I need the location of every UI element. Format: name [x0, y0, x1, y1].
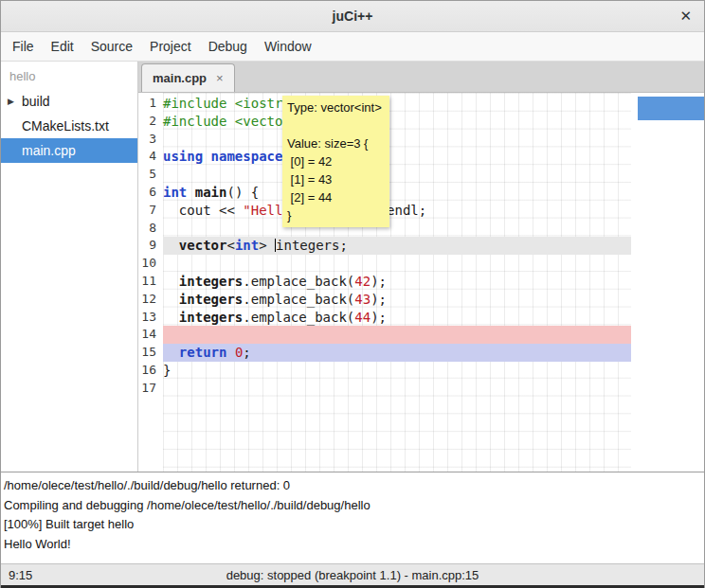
menubar: FileEditSourceProjectDebugWindow: [1, 32, 704, 62]
line-number-17[interactable]: 17: [138, 380, 163, 398]
line-number-11[interactable]: 11: [138, 273, 163, 291]
code-token: [163, 238, 179, 253]
file-label: CMakeLists.txt: [22, 118, 109, 134]
file-tree-item-main-cpp[interactable]: main.cpp: [1, 138, 137, 163]
code-line-15[interactable]: return 0;: [163, 344, 631, 362]
code-token: vector: [179, 238, 227, 253]
code-line-17[interactable]: [163, 380, 631, 398]
code-token: using namespace: [163, 149, 282, 164]
output-line: [100%] Built target hello: [4, 515, 701, 535]
menu-window[interactable]: Window: [256, 32, 320, 61]
code-line-2[interactable]: #include <vector>: [163, 113, 631, 131]
line-number-3[interactable]: 3: [138, 131, 163, 149]
output-panel[interactable]: /home/olece/test/hello/./build/debug/hel…: [1, 472, 704, 563]
code-token: );: [371, 292, 387, 307]
menu-debug[interactable]: Debug: [200, 32, 256, 61]
line-number-14[interactable]: 14: [138, 326, 163, 344]
code-line-1[interactable]: #include <iostream>: [163, 95, 631, 113]
scrollbar-thumb[interactable]: [638, 97, 704, 120]
expander-arrow-icon[interactable]: ▶: [8, 97, 14, 106]
code-line-10[interactable]: [163, 255, 631, 273]
code-token: 44: [354, 310, 371, 325]
code-token: [187, 185, 194, 200]
file-browser-sidebar: hello ▶buildCMakeLists.txtmain.cpp: [1, 62, 138, 472]
output-line: Compiling and debugging /home/olece/test…: [4, 496, 701, 516]
tabbar: main.cpp ×: [138, 62, 704, 93]
line-number-10[interactable]: 10: [138, 255, 163, 273]
line-number-5[interactable]: 5: [138, 166, 163, 184]
project-root-label: hello: [1, 62, 137, 89]
code-line-12[interactable]: integers.emplace_back(43);: [163, 291, 631, 309]
line-number-13[interactable]: 13: [138, 309, 163, 327]
code-token: );: [371, 274, 387, 289]
statusbar: 9:15 debug: stopped (breakpoint 1.1) - m…: [1, 563, 704, 585]
code-line-5[interactable]: [163, 166, 631, 184]
titlebar: juCi++ ✕: [1, 1, 704, 32]
menu-edit[interactable]: Edit: [43, 32, 82, 61]
file-tree-item-cmakelists-txt[interactable]: CMakeLists.txt: [1, 114, 137, 138]
line-number-2[interactable]: 2: [138, 113, 163, 131]
code-token: .emplace_back(: [243, 292, 354, 307]
code-token: int: [163, 185, 187, 200]
line-number-9[interactable]: 9: [138, 237, 163, 255]
code-token: integers: [179, 274, 243, 289]
tooltip-line: [287, 116, 385, 134]
line-number-12[interactable]: 12: [138, 291, 163, 309]
tab-main-cpp[interactable]: main.cpp ×: [141, 63, 235, 92]
tab-close-icon[interactable]: ×: [216, 71, 224, 85]
code-token: 43: [354, 292, 371, 307]
code-line-11[interactable]: integers.emplace_back(42);: [163, 273, 631, 291]
file-label: build: [22, 94, 50, 109]
code-token: main: [195, 185, 227, 200]
code-token: #include <vector>: [163, 114, 298, 129]
main-row: hello ▶buildCMakeLists.txtmain.cpp main.…: [1, 62, 704, 472]
line-number-6[interactable]: 6: [138, 184, 163, 202]
tooltip-line: Type: vector<int>: [287, 98, 385, 116]
file-label: main.cpp: [22, 143, 76, 158]
line-number-16[interactable]: 16: [138, 362, 163, 380]
code-line-6[interactable]: int main() {: [163, 184, 631, 202]
window-title: juCi++: [333, 9, 373, 24]
code-token: [163, 292, 179, 307]
code-token: [163, 274, 179, 289]
line-number-15[interactable]: 15: [138, 344, 163, 362]
code-line-7[interactable]: cout << "Hello World!" << endl;: [163, 202, 631, 220]
line-number-1[interactable]: 1: [138, 95, 163, 113]
code-token: .emplace_back(: [243, 274, 354, 289]
menu-project[interactable]: Project: [141, 32, 200, 61]
code-line-16[interactable]: }: [163, 362, 631, 380]
code-token: integers: [179, 292, 243, 307]
code-token: );: [371, 310, 387, 325]
line-number-8[interactable]: 8: [138, 220, 163, 238]
code-token: return: [179, 345, 227, 360]
editor-column: main.cpp × 1234567891011121314151617 #in…: [138, 62, 704, 472]
debug-tooltip: Type: vector<int>Value: size=3 { [0] = 4…: [282, 96, 389, 227]
menu-source[interactable]: Source: [82, 32, 141, 61]
window-close-button[interactable]: ✕: [679, 8, 692, 25]
tab-label: main.cpp: [153, 71, 207, 85]
code-line-8[interactable]: [163, 220, 631, 238]
output-line: /home/olece/test/hello/./build/debug/hel…: [4, 476, 701, 496]
tooltip-line: [0] = 42: [287, 152, 385, 170]
code-line-14[interactable]: [163, 326, 631, 344]
output-line: Hello World!: [4, 535, 701, 555]
code-token: int: [235, 238, 259, 253]
line-number-7[interactable]: 7: [138, 202, 163, 220]
code-token: [163, 310, 179, 325]
code-token: [226, 345, 234, 360]
tooltip-line: }: [287, 206, 385, 224]
tooltip-line: Value: size=3 {: [287, 134, 385, 152]
code-token: >: [259, 238, 275, 253]
code-line-3[interactable]: [163, 131, 631, 149]
line-number-4[interactable]: 4: [138, 148, 163, 166]
code-line-4[interactable]: using namespace std;: [163, 148, 631, 166]
app-window: juCi++ ✕ FileEditSourceProjectDebugWindo…: [0, 0, 705, 588]
code-token: }: [163, 363, 171, 378]
file-tree: ▶buildCMakeLists.txtmain.cpp: [1, 89, 137, 163]
cursor-position: 9:15: [9, 568, 32, 582]
file-tree-item-build[interactable]: ▶build: [1, 89, 137, 114]
code-area[interactable]: #include <iostream>#include <vector>usin…: [163, 93, 631, 472]
menu-file[interactable]: File: [4, 32, 43, 61]
code-line-9[interactable]: vector<int> integers;: [163, 237, 631, 255]
code-line-13[interactable]: integers.emplace_back(44);: [163, 309, 631, 327]
